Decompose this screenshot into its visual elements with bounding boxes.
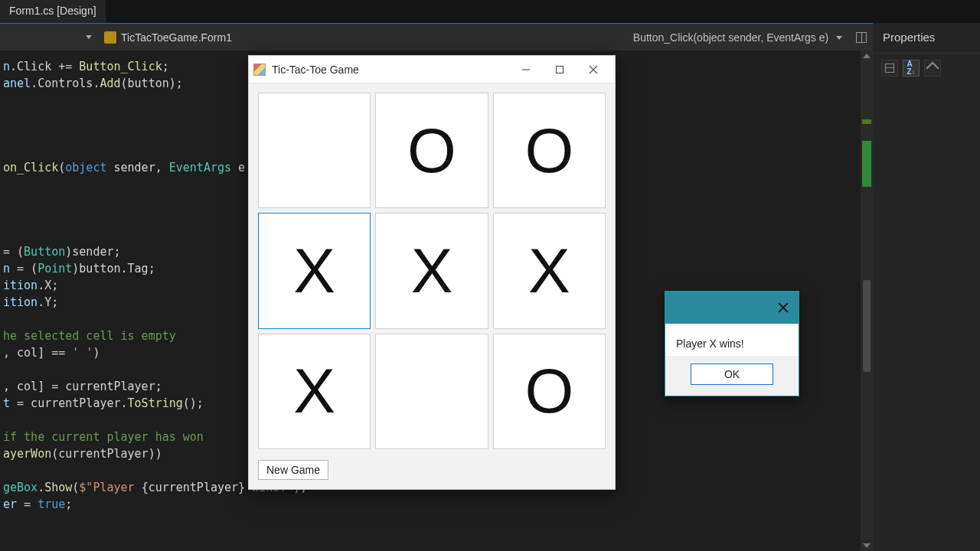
game-board: OOXXXXO (258, 93, 606, 449)
properties-panel: Properties AZ↓ (873, 23, 980, 551)
svg-rect-1 (557, 66, 564, 73)
board-cell-6[interactable]: X (258, 334, 371, 449)
board-cell-1[interactable]: O (375, 93, 488, 208)
editor-navigation-bar: TicTacToeGame.Form1 Button_Click(object … (0, 23, 873, 51)
minimize-icon[interactable] (509, 58, 543, 81)
maximize-icon[interactable] (543, 58, 577, 81)
vertical-scrollbar[interactable] (861, 51, 873, 551)
message-box: Player X wins! OK (665, 291, 799, 396)
chevron-down-icon (836, 36, 842, 40)
board-cell-3[interactable]: X (258, 213, 371, 328)
scrollbar-thumb[interactable] (863, 280, 871, 372)
document-tabstrip: Form1.cs [Design] (0, 0, 980, 23)
board-cell-0[interactable] (258, 93, 371, 208)
document-tab[interactable]: Form1.cs [Design] (0, 0, 106, 23)
board-cell-8[interactable]: O (493, 334, 606, 449)
wrench-icon[interactable] (924, 60, 941, 77)
message-box-titlebar[interactable] (665, 292, 799, 324)
window-title: Tic-Tac-Toe Game (272, 64, 509, 76)
message-box-text: Player X wins! (665, 324, 799, 356)
class-selector[interactable]: TicTacToeGame.Form1 (104, 31, 232, 44)
board-cell-7[interactable] (375, 334, 488, 449)
tictactoe-window: Tic-Tac-Toe Game OOXXXXO New Game (248, 55, 616, 490)
close-icon[interactable] (577, 58, 610, 81)
class-selector-label: TicTacToeGame.Form1 (121, 31, 232, 44)
method-selector[interactable]: Button_Click(object sender, EventArgs e) (629, 31, 847, 44)
categorized-icon[interactable] (881, 60, 898, 77)
window-body: OOXXXXO New Game (249, 83, 615, 489)
dropdown-icon[interactable] (86, 35, 92, 39)
split-editor-icon[interactable] (856, 32, 867, 43)
board-cell-5[interactable]: X (493, 213, 606, 328)
method-selector-label: Button_Click(object sender, EventArgs e) (633, 31, 828, 44)
scroll-up-icon[interactable] (863, 54, 871, 58)
board-cell-4[interactable]: X (375, 213, 488, 328)
new-game-button[interactable]: New Game (258, 460, 328, 480)
properties-toolbar: AZ↓ (874, 54, 980, 83)
ok-button[interactable]: OK (691, 364, 773, 385)
scrollbar-marker (862, 119, 871, 124)
scroll-down-icon[interactable] (863, 543, 871, 548)
close-icon[interactable] (774, 298, 792, 317)
message-box-footer: OK (665, 356, 799, 396)
window-titlebar[interactable]: Tic-Tac-Toe Game (249, 56, 615, 83)
scrollbar-marker (862, 141, 871, 187)
alphabetical-sort-icon[interactable]: AZ↓ (903, 60, 920, 77)
csharp-class-icon (104, 31, 116, 44)
panel-title: Properties (874, 23, 980, 54)
app-icon (253, 64, 266, 76)
board-cell-2[interactable]: O (493, 93, 606, 208)
